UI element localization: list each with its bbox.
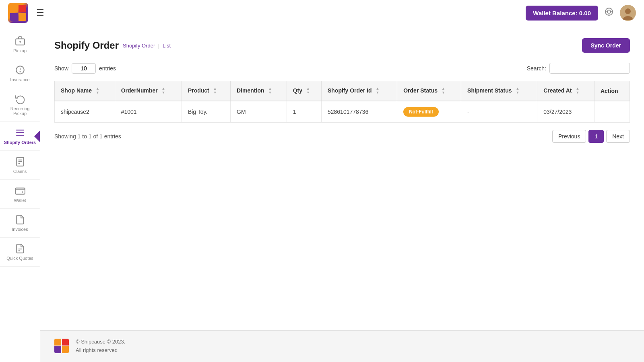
col-action: Action bbox=[594, 81, 630, 101]
sidebar-item-invoices-label: Invoices bbox=[12, 227, 28, 232]
entries-label: entries bbox=[99, 65, 116, 72]
sort-icon-dimention[interactable]: ▲▼ bbox=[268, 87, 272, 95]
col-order-number: OrderNumber ▲▼ bbox=[115, 81, 182, 101]
sort-icon-order-number[interactable]: ▲▼ bbox=[162, 87, 165, 95]
breadcrumb-shopify-order[interactable]: Shopify Order bbox=[123, 43, 155, 49]
show-label: Show bbox=[54, 65, 68, 72]
page-title: Shopify Order bbox=[54, 40, 119, 51]
sidebar-item-invoices[interactable]: Invoices bbox=[0, 209, 40, 238]
footer: © Shipcause © 2023. All rights reserved bbox=[40, 330, 644, 362]
main-content: Shopify Order Shopify Order | List Sync … bbox=[40, 26, 644, 362]
search-label: Search: bbox=[527, 65, 546, 72]
table-cell: 5286101778736 bbox=[321, 101, 397, 123]
footer-logo bbox=[54, 339, 70, 354]
sort-icon-created-at[interactable]: ▲▼ bbox=[576, 87, 579, 95]
created-at-cell: 03/27/2023 bbox=[537, 101, 594, 123]
footer-text: © Shipcause © 2023. All rights reserved bbox=[76, 338, 125, 355]
previous-button[interactable]: Previous bbox=[552, 130, 586, 143]
table-cell: GM bbox=[231, 101, 287, 123]
table-cell: shipcause2 bbox=[55, 101, 115, 123]
invoices-icon bbox=[15, 214, 25, 225]
sidebar-item-recurring-pickup[interactable]: Recurring Pickup bbox=[0, 88, 40, 122]
pagination-area: Showing 1 to 1 of 1 entries Previous 1 N… bbox=[54, 130, 630, 143]
recurring-pickup-icon bbox=[15, 94, 25, 104]
col-qty: Qty ▲▼ bbox=[287, 81, 321, 101]
table-cell: #1001 bbox=[115, 101, 182, 123]
sidebar: Pickup Insurance Recurring Pickup S bbox=[0, 26, 40, 362]
insurance-icon bbox=[15, 65, 25, 75]
col-shopify-order-id: Shopify Order Id ▲▼ bbox=[321, 81, 397, 101]
table-controls: Show entries Search: bbox=[54, 63, 630, 74]
entries-input[interactable] bbox=[72, 63, 96, 74]
search-input[interactable] bbox=[549, 63, 630, 74]
claims-icon bbox=[15, 156, 25, 167]
pickup-icon bbox=[15, 36, 25, 46]
table-header: Shop Name ▲▼ OrderNumber ▲▼ Product ▲▼ bbox=[55, 81, 630, 101]
content-area: Shopify Order Shopify Order | List Sync … bbox=[40, 26, 644, 330]
wallet-balance-button[interactable]: Wallet Balance: 0.00 bbox=[526, 6, 598, 21]
sort-icon-qty[interactable]: ▲▼ bbox=[306, 87, 310, 95]
sidebar-item-insurance-label: Insurance bbox=[10, 77, 29, 82]
layout: Pickup Insurance Recurring Pickup S bbox=[0, 26, 644, 362]
shopify-orders-icon bbox=[15, 128, 25, 138]
table-body: shipcause2#1001Big Toy.GM15286101778736N… bbox=[55, 101, 630, 123]
order-status-cell: Not-Fullfill bbox=[397, 101, 461, 123]
svg-point-7 bbox=[625, 8, 631, 14]
sidebar-item-wallet-label: Wallet bbox=[14, 198, 26, 203]
table-cell: Big Toy. bbox=[182, 101, 230, 123]
status-badge: Not-Fullfill bbox=[403, 107, 438, 117]
sidebar-item-pickup[interactable]: Pickup bbox=[0, 30, 40, 59]
sidebar-item-shopify-orders-label: Shopify Orders bbox=[4, 140, 36, 145]
page-header: Shopify Order Shopify Order | List Sync … bbox=[54, 38, 630, 53]
breadcrumb-separator: | bbox=[158, 43, 159, 49]
sidebar-item-claims-label: Claims bbox=[13, 169, 27, 174]
next-button[interactable]: Next bbox=[606, 130, 630, 143]
topbar-left: ☰ bbox=[8, 3, 44, 23]
col-order-status: Order Status ▲▼ bbox=[397, 81, 461, 101]
sort-icon-order-status[interactable]: ▲▼ bbox=[442, 87, 445, 95]
sort-icon-product[interactable]: ▲▼ bbox=[213, 87, 217, 95]
svg-rect-21 bbox=[15, 188, 25, 194]
target-icon[interactable] bbox=[604, 7, 614, 19]
page-1-button[interactable]: 1 bbox=[588, 130, 604, 143]
col-dimention: Dimention ▲▼ bbox=[231, 81, 287, 101]
col-product: Product ▲▼ bbox=[182, 81, 230, 101]
footer-copyright: © Shipcause © 2023. bbox=[76, 338, 125, 346]
topbar: ☰ Wallet Balance: 0.00 bbox=[0, 0, 644, 26]
svg-point-22 bbox=[21, 191, 23, 193]
sidebar-item-shopify-orders[interactable]: Shopify Orders bbox=[0, 122, 40, 151]
sidebar-item-quick-quotes-label: Quick Quotes bbox=[6, 256, 33, 261]
topbar-right: Wallet Balance: 0.00 bbox=[526, 5, 636, 21]
page-title-area: Shopify Order Shopify Order | List bbox=[54, 40, 171, 51]
col-created-at: Created At ▲▼ bbox=[537, 81, 594, 101]
footer-rights: All rights reserved bbox=[76, 346, 125, 355]
breadcrumb-list[interactable]: List bbox=[163, 43, 171, 49]
shipment-status-cell: - bbox=[461, 101, 537, 123]
sync-order-button[interactable]: Sync Order bbox=[582, 38, 630, 53]
col-shipment-status: Shipment Status ▲▼ bbox=[461, 81, 537, 101]
quick-quotes-icon bbox=[15, 243, 25, 254]
breadcrumb: Shopify Order | List bbox=[123, 43, 171, 49]
sort-icon-shop-name[interactable]: ▲▼ bbox=[96, 87, 99, 95]
table-cell: 1 bbox=[287, 101, 321, 123]
wallet-icon bbox=[15, 185, 25, 196]
sidebar-item-pickup-label: Pickup bbox=[13, 48, 27, 53]
sidebar-item-quick-quotes[interactable]: Quick Quotes bbox=[0, 238, 40, 267]
sidebar-item-recurring-pickup-label: Recurring Pickup bbox=[3, 106, 37, 116]
hamburger-menu[interactable]: ☰ bbox=[36, 8, 44, 18]
sidebar-item-wallet[interactable]: Wallet bbox=[0, 180, 40, 209]
table-row: shipcause2#1001Big Toy.GM15286101778736N… bbox=[55, 101, 630, 123]
action-cell bbox=[594, 101, 630, 123]
pagination-buttons: Previous 1 Next bbox=[552, 130, 630, 143]
avatar[interactable] bbox=[620, 5, 636, 21]
sidebar-item-insurance[interactable]: Insurance bbox=[0, 59, 40, 88]
show-entries: Show entries bbox=[54, 63, 116, 74]
search-area: Search: bbox=[527, 63, 630, 74]
svg-point-1 bbox=[607, 10, 611, 13]
sidebar-item-claims[interactable]: Claims bbox=[0, 151, 40, 180]
sort-icon-shopify-order-id[interactable]: ▲▼ bbox=[376, 87, 380, 95]
svg-point-13 bbox=[20, 72, 20, 72]
pagination-info: Showing 1 to 1 of 1 entries bbox=[54, 133, 121, 140]
data-table: Shop Name ▲▼ OrderNumber ▲▼ Product ▲▼ bbox=[54, 81, 630, 123]
sort-icon-shipment-status[interactable]: ▲▼ bbox=[516, 87, 519, 95]
